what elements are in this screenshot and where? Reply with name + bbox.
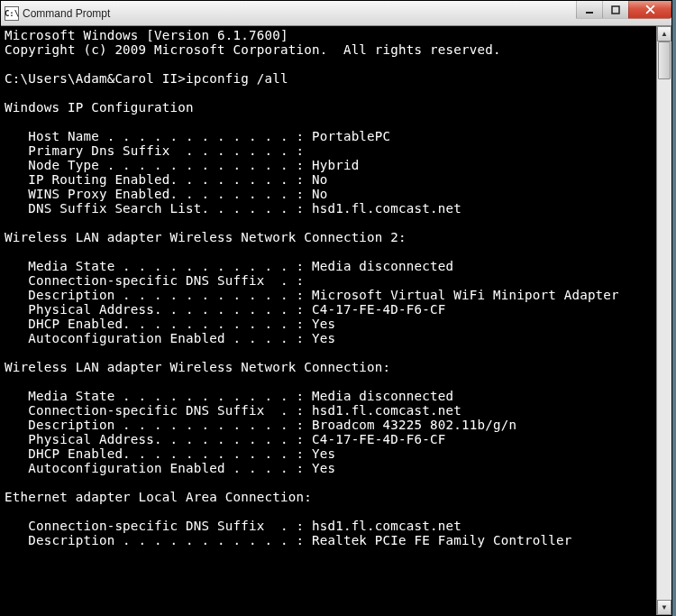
eth-title: Ethernet adapter Local Area Connection: xyxy=(5,490,312,504)
close-button[interactable] xyxy=(628,1,671,19)
ipconfig-wins-proxy: WINS Proxy Enabled. . . . . . . . : No xyxy=(5,187,327,201)
header-line2: Copyright (c) 2009 Microsoft Corporation… xyxy=(5,42,501,57)
wlan2-description: Description . . . . . . . . . . . : Micr… xyxy=(5,288,619,302)
ipconfig-ip-routing: IP Routing Enabled. . . . . . . . : No xyxy=(5,172,327,187)
wlan-media-state: Media State . . . . . . . . . . . : Medi… xyxy=(5,389,453,403)
ipconfig-node-type: Node Type . . . . . . . . . . . . : Hybr… xyxy=(5,158,359,172)
minimize-button[interactable] xyxy=(576,1,603,19)
titlebar[interactable]: C:\ Command Prompt xyxy=(1,1,671,26)
app-icon: C:\ xyxy=(5,6,19,21)
window-title: Command Prompt xyxy=(23,7,110,20)
wlan-description: Description . . . . . . . . . . . : Broa… xyxy=(5,418,516,432)
wlan-autoconf: Autoconfiguration Enabled . . . . : Yes xyxy=(5,461,335,475)
wlan2-media-state: Media State . . . . . . . . . . . : Medi… xyxy=(5,259,453,273)
wlan2-dhcp: DHCP Enabled. . . . . . . . . . . : Yes xyxy=(5,317,335,331)
vertical-scrollbar[interactable]: ▲ ▼ xyxy=(656,26,671,615)
header-line1: Microsoft Windows [Version 6.1.7600] xyxy=(5,28,288,42)
scroll-thumb[interactable] xyxy=(658,41,671,79)
ipconfig-dns-suffix: DNS Suffix Search List. . . . . . : hsd1… xyxy=(5,201,461,216)
wlan2-conn-suffix: Connection-specific DNS Suffix . : xyxy=(5,273,304,288)
wlan-title: Wireless LAN adapter Wireless Network Co… xyxy=(5,360,390,374)
svg-rect-1 xyxy=(612,6,619,14)
wlan-dhcp: DHCP Enabled. . . . . . . . . . . : Yes xyxy=(5,446,335,461)
scroll-track[interactable] xyxy=(657,41,671,600)
ipconfig-title: Windows IP Configuration xyxy=(5,100,194,115)
svg-rect-0 xyxy=(586,12,593,14)
window-controls xyxy=(577,1,671,19)
wlan-conn-suffix: Connection-specific DNS Suffix . : hsd1.… xyxy=(5,403,461,418)
ipconfig-hostname: Host Name . . . . . . . . . . . . : Port… xyxy=(5,129,390,143)
eth-conn-suffix: Connection-specific DNS Suffix . : hsd1.… xyxy=(5,519,461,533)
prompt-command: ipconfig /all xyxy=(186,71,288,86)
command-prompt-window: C:\ Command Prompt Microsoft Windows [Ve… xyxy=(0,0,672,616)
eth-description: Description . . . . . . . . . . . : Real… xyxy=(5,533,571,547)
maximize-button[interactable] xyxy=(602,1,629,19)
wlan2-title: Wireless LAN adapter Wireless Network Co… xyxy=(5,230,407,244)
wlan2-autoconf: Autoconfiguration Enabled . . . . : Yes xyxy=(5,331,335,345)
wlan2-physical: Physical Address. . . . . . . . . : C4-1… xyxy=(5,302,446,317)
ipconfig-primary-dns: Primary Dns Suffix . . . . . . . : xyxy=(5,143,304,158)
prompt-path: C:\Users\Adam&Carol II> xyxy=(5,71,186,86)
scroll-down-button[interactable]: ▼ xyxy=(657,600,671,615)
console-output[interactable]: Microsoft Windows [Version 6.1.7600] Cop… xyxy=(1,26,656,615)
scroll-up-button[interactable]: ▲ xyxy=(657,26,671,41)
wlan-physical: Physical Address. . . . . . . . . : C4-1… xyxy=(5,432,446,446)
console-area: Microsoft Windows [Version 6.1.7600] Cop… xyxy=(1,26,671,615)
